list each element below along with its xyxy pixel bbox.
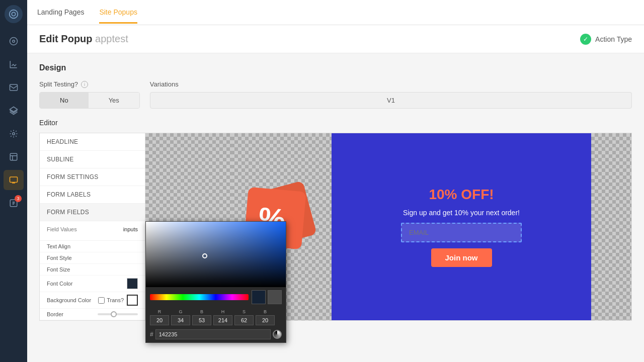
integration-icon[interactable] — [4, 124, 24, 144]
tab-site-popups[interactable]: Site Popups — [99, 1, 137, 24]
b2-input[interactable] — [256, 315, 275, 325]
dashboard-icon[interactable] — [4, 31, 24, 51]
svg-point-3 — [13, 40, 15, 43]
svg-rect-8 — [10, 177, 18, 183]
main-content: Landing Pages Site Popups Edit Popup app… — [27, 0, 644, 362]
split-testing-info-icon[interactable]: i — [81, 81, 88, 88]
hex-input[interactable] — [155, 329, 271, 339]
h-input[interactable] — [213, 315, 232, 325]
left-panel: HEADLINE SUBLINE FORM SETTINGS FORM LABE… — [40, 133, 145, 320]
b-field-group: B — [192, 309, 211, 325]
bg-color-controls: Trans? — [98, 295, 138, 306]
split-testing-row: Split Testing? i No Yes Variations V1 — [39, 80, 632, 109]
rgba-inputs: R G B H — [146, 307, 286, 327]
split-testing-label: Split Testing? i — [39, 80, 140, 88]
text-align-row: Text Align — [40, 241, 145, 252]
editor-layout: HEADLINE SUBLINE FORM SETTINGS FORM LABE… — [39, 133, 632, 321]
color-picker-popup: R G B H — [145, 221, 286, 343]
new-color-preview — [252, 290, 266, 304]
variation-v1-button[interactable]: V1 — [150, 92, 632, 109]
color-gradient-picker[interactable] — [146, 222, 286, 287]
svg-point-2 — [10, 38, 18, 45]
sidebar: 3 — [0, 0, 27, 362]
design-section-title: Design — [39, 63, 632, 72]
trans-checkbox-group: Trans? — [98, 297, 124, 304]
page-header: Edit Popup apptest ✓ Action Type — [27, 25, 644, 53]
svg-point-6 — [13, 133, 15, 135]
reports-icon[interactable] — [4, 147, 24, 167]
font-size-row: Font Size — [40, 264, 145, 276]
bg-color-swatch[interactable] — [127, 295, 138, 306]
bg-color-row: Background Color Trans? — [40, 292, 145, 309]
split-no-button[interactable]: No — [40, 93, 89, 108]
popup-icon[interactable] — [4, 170, 24, 190]
field-values-row: Field Values inputs — [47, 226, 138, 232]
hue-slider[interactable] — [150, 294, 249, 300]
color-preview-boxes — [252, 290, 282, 304]
form-labels-panel-item[interactable]: FORM LABELS — [40, 186, 145, 204]
action-type-button[interactable]: ✓ Action Type — [580, 34, 632, 45]
popup-subline: Sign up and get 10% your next order! — [403, 209, 520, 217]
headline-panel-item[interactable]: HEADLINE — [40, 133, 145, 151]
split-yes-button[interactable]: Yes — [89, 93, 139, 108]
r-field-group: R — [150, 309, 169, 325]
g-input[interactable] — [171, 315, 190, 325]
popup-email-input[interactable] — [401, 223, 522, 242]
top-navigation: Landing Pages Site Popups — [27, 0, 644, 25]
svg-point-1 — [12, 12, 15, 16]
subline-panel-item[interactable]: SUBLINE — [40, 151, 145, 168]
hex-row: # — [146, 327, 286, 342]
trans-checkbox[interactable] — [98, 297, 105, 304]
content-area: Design Split Testing? i No Yes Variation… — [27, 53, 644, 362]
g-field-group: G — [171, 309, 190, 325]
form-badge: 3 — [15, 195, 22, 202]
b2-field-group: B — [256, 309, 275, 325]
popup-join-button[interactable]: Join now — [431, 248, 492, 267]
popup-right-content: 10% OFF! Sign up and get 10% your next o… — [332, 133, 591, 320]
tab-landing-pages[interactable]: Landing Pages — [37, 1, 84, 24]
svg-rect-4 — [10, 84, 18, 90]
b-input[interactable] — [192, 315, 211, 325]
border-row: Border — [40, 309, 145, 320]
color-cursor — [202, 253, 207, 258]
opacity-picker[interactable] — [273, 330, 282, 339]
canvas-right-strip — [591, 133, 631, 320]
action-type-check-icon: ✓ — [580, 34, 591, 45]
s-field-group: S — [234, 309, 254, 325]
font-color-row: Font Color — [40, 276, 145, 292]
popup-headline: 10% OFF! — [429, 187, 494, 203]
border-slider — [98, 313, 138, 315]
form-icon[interactable]: 3 — [4, 193, 24, 213]
h-field-group: H — [213, 309, 232, 325]
analytics-icon[interactable] — [4, 54, 24, 74]
color-picker-controls — [146, 287, 286, 307]
s-input[interactable] — [234, 315, 254, 325]
svg-rect-7 — [10, 153, 17, 160]
border-slider-track[interactable] — [98, 313, 138, 315]
variations-group: Variations V1 — [150, 80, 632, 109]
svg-point-0 — [10, 10, 18, 19]
font-color-swatch[interactable] — [127, 278, 138, 289]
variations-label: Variations — [150, 80, 632, 88]
old-color-preview — [268, 290, 282, 304]
r-input[interactable] — [150, 315, 169, 325]
border-slider-thumb[interactable] — [111, 311, 117, 317]
sidebar-logo — [5, 5, 23, 23]
font-style-row: Font Style — [40, 252, 145, 264]
action-type-label: Action Type — [595, 35, 632, 43]
form-fields-panel-item[interactable]: FORM FIELDS — [40, 204, 145, 221]
page-title: Edit Popup apptest — [39, 33, 128, 45]
form-settings-panel-item[interactable]: FORM SETTINGS — [40, 168, 145, 186]
editor-label: Editor — [39, 119, 632, 127]
form-fields-content: Field Values inputs — [40, 221, 145, 241]
layers-icon[interactable] — [4, 101, 24, 121]
email-icon[interactable] — [4, 77, 24, 98]
split-toggle-group: No Yes — [39, 92, 140, 109]
split-testing-group: Split Testing? i No Yes — [39, 80, 140, 109]
